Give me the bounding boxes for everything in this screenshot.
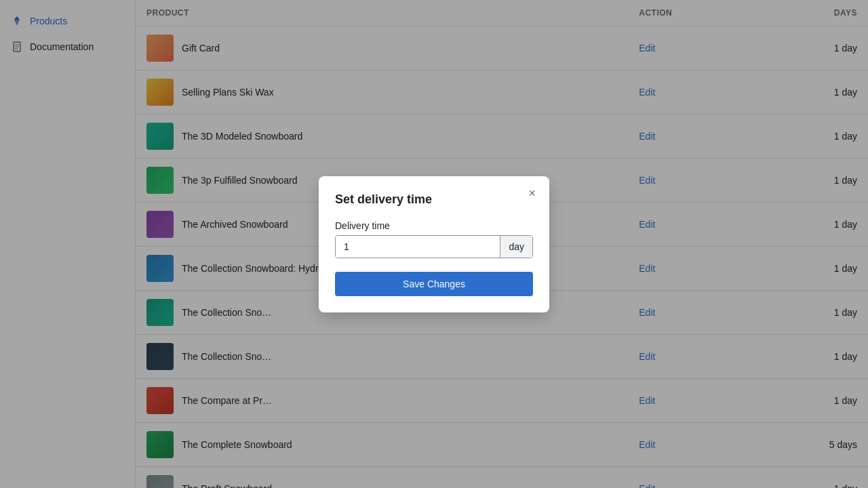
delivery-time-label: Delivery time [335,220,533,231]
delivery-time-input[interactable] [336,236,500,258]
delivery-time-modal: × Set delivery time Delivery time day Sa… [319,176,549,312]
save-changes-button[interactable]: Save Changes [335,272,533,296]
modal-overlay[interactable]: × Set delivery time Delivery time day Sa… [0,0,868,488]
delivery-time-suffix: day [500,236,532,258]
delivery-time-input-group: day [335,235,533,258]
modal-close-button[interactable]: × [524,186,540,201]
modal-title: Set delivery time [335,192,533,207]
